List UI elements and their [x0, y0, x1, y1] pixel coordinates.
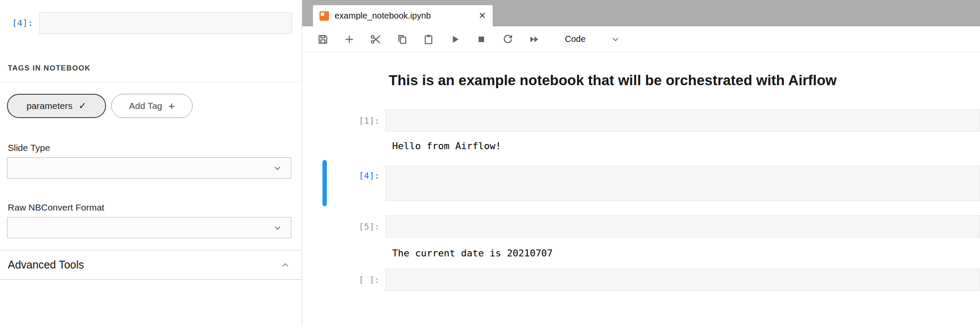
insert-cell-button[interactable]	[342, 31, 357, 48]
checkmark-icon: ✓	[78, 100, 86, 112]
cell-type-value: Code	[565, 34, 586, 44]
section-divider	[0, 279, 302, 280]
slide-type-select[interactable]	[7, 157, 291, 179]
notebook-icon	[319, 11, 329, 21]
notebook-toolbar: Code	[302, 26, 980, 52]
add-tag-label: Add Tag	[129, 101, 162, 111]
fast-forward-icon	[528, 33, 540, 45]
tab-bar: example_notebook.ipynb ×	[302, 0, 980, 26]
save-button[interactable]	[315, 31, 331, 48]
paste-cells-button[interactable]	[421, 31, 436, 48]
cell-type-dropdown[interactable]: Code	[565, 34, 620, 44]
cell-output: Hello from Airflow!	[392, 137, 501, 155]
tab-example-notebook[interactable]: example_notebook.ipynb ×	[313, 5, 493, 26]
plus-icon: +	[168, 100, 175, 112]
chevron-down-icon	[611, 35, 620, 44]
chevron-down-icon	[273, 223, 282, 233]
tab-title: example_notebook.ipynb	[335, 11, 474, 21]
slide-type-label: Slide Type	[8, 143, 50, 153]
interrupt-kernel-button[interactable]	[474, 31, 489, 48]
copy-cells-button[interactable]	[394, 31, 410, 48]
close-icon[interactable]: ×	[479, 10, 486, 22]
cell-prompt: [4]:	[302, 166, 380, 186]
add-tag-button[interactable]: Add Tag +	[111, 94, 193, 118]
chevron-down-icon	[273, 163, 282, 173]
cell-prompt: [ ]:	[302, 268, 380, 291]
markdown-heading-cell[interactable]: This is an example notebook that will be…	[389, 72, 837, 89]
play-icon	[449, 33, 461, 45]
section-divider	[0, 82, 302, 82]
restart-run-all-button[interactable]	[526, 31, 542, 48]
raw-nbconvert-select[interactable]	[7, 217, 291, 238]
main-area: example_notebook.ipynb ×	[302, 0, 980, 326]
notebook-content: This is an example notebook that will be…	[302, 52, 980, 326]
refresh-icon	[502, 33, 514, 45]
active-cell-prompt: [4]:	[0, 12, 33, 34]
code-cell-input[interactable]: #This cell has parameters execution_date…	[385, 166, 980, 201]
cell-prompt: [1]:	[302, 109, 380, 132]
chevron-up-icon	[281, 262, 289, 268]
tag-parameters[interactable]: parameters ✓	[7, 94, 106, 118]
floppy-icon	[317, 33, 329, 45]
active-cell-preview-editor[interactable]: #This cell has parameters	[39, 12, 292, 34]
code-cell-input[interactable]: print("The current date is", execution_d…	[385, 215, 980, 238]
clipboard-icon	[422, 33, 435, 45]
advanced-tools-label: Advanced Tools	[8, 259, 84, 271]
run-button[interactable]	[447, 31, 463, 48]
tags-in-notebook-header: TAGS IN NOTEBOOK	[8, 64, 90, 73]
cut-cells-button[interactable]	[368, 31, 384, 48]
plus-icon	[343, 33, 355, 45]
copy-icon	[396, 33, 408, 45]
cell-prompt: [5]:	[302, 215, 380, 238]
code-cell-input-empty[interactable]	[385, 268, 980, 291]
code-cell-input[interactable]: print("Hello from Airflow!")	[385, 109, 980, 132]
restart-kernel-button[interactable]	[500, 31, 516, 48]
stop-icon	[475, 33, 487, 45]
advanced-tools-section-header[interactable]: Advanced Tools	[0, 250, 302, 279]
notebook-tools-panel: [4]: #This cell has parameters TAGS IN N…	[0, 0, 302, 326]
cell-output: The current date is 20210707	[392, 244, 553, 262]
jupyterlab-window: [4]: #This cell has parameters TAGS IN N…	[0, 0, 980, 326]
scissors-icon	[370, 33, 382, 45]
raw-nbconvert-label: Raw NBConvert Format	[8, 202, 104, 213]
tag-parameters-label: parameters	[26, 101, 72, 111]
